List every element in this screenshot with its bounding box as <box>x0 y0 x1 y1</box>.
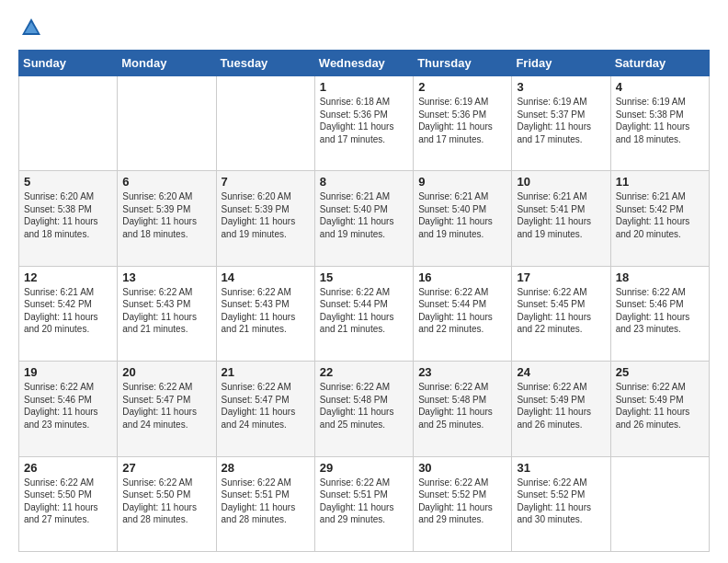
day-info: Sunrise: 6:22 AM Sunset: 5:50 PM Dayligh… <box>122 477 210 526</box>
weekday-header-saturday: Saturday <box>610 51 709 76</box>
day-info: Sunrise: 6:22 AM Sunset: 5:47 PM Dayligh… <box>222 381 310 431</box>
day-number: 17 <box>517 270 605 284</box>
day-cell <box>19 76 118 171</box>
week-row-5: 26Sunrise: 6:22 AM Sunset: 5:50 PM Dayli… <box>19 456 710 551</box>
day-cell: 29Sunrise: 6:22 AM Sunset: 5:51 PM Dayli… <box>314 456 413 551</box>
day-info: Sunrise: 6:22 AM Sunset: 5:49 PM Dayligh… <box>517 381 605 431</box>
day-cell: 31Sunrise: 6:22 AM Sunset: 5:52 PM Dayli… <box>512 456 610 551</box>
day-cell: 23Sunrise: 6:22 AM Sunset: 5:48 PM Dayli… <box>414 362 512 456</box>
day-info: Sunrise: 6:22 AM Sunset: 5:50 PM Dayligh… <box>24 477 112 526</box>
day-number: 25 <box>616 365 704 379</box>
day-cell: 15Sunrise: 6:22 AM Sunset: 5:44 PM Dayli… <box>314 266 413 361</box>
day-cell: 1Sunrise: 6:18 AM Sunset: 5:36 PM Daylig… <box>314 76 413 171</box>
day-cell: 16Sunrise: 6:22 AM Sunset: 5:44 PM Dayli… <box>414 266 512 361</box>
day-info: Sunrise: 6:18 AM Sunset: 5:36 PM Dayligh… <box>320 96 408 145</box>
day-number: 29 <box>320 461 408 475</box>
day-cell: 20Sunrise: 6:22 AM Sunset: 5:47 PM Dayli… <box>118 362 216 456</box>
day-number: 21 <box>222 365 310 379</box>
day-cell: 7Sunrise: 6:20 AM Sunset: 5:39 PM Daylig… <box>216 171 314 266</box>
day-number: 19 <box>24 365 112 379</box>
weekday-header-thursday: Thursday <box>414 51 512 76</box>
day-cell: 24Sunrise: 6:22 AM Sunset: 5:49 PM Dayli… <box>512 362 610 456</box>
day-info: Sunrise: 6:21 AM Sunset: 5:42 PM Dayligh… <box>616 190 704 240</box>
week-row-3: 12Sunrise: 6:21 AM Sunset: 5:42 PM Dayli… <box>19 266 710 361</box>
day-cell: 9Sunrise: 6:21 AM Sunset: 5:40 PM Daylig… <box>414 171 512 266</box>
day-cell: 5Sunrise: 6:20 AM Sunset: 5:38 PM Daylig… <box>19 171 118 266</box>
day-number: 7 <box>222 175 310 189</box>
day-info: Sunrise: 6:22 AM Sunset: 5:52 PM Dayligh… <box>517 477 605 526</box>
day-cell: 26Sunrise: 6:22 AM Sunset: 5:50 PM Dayli… <box>19 456 118 551</box>
day-number: 9 <box>418 175 506 189</box>
day-info: Sunrise: 6:22 AM Sunset: 5:43 PM Dayligh… <box>222 286 310 336</box>
day-number: 4 <box>616 80 704 94</box>
day-info: Sunrise: 6:21 AM Sunset: 5:41 PM Dayligh… <box>517 190 605 240</box>
day-cell: 25Sunrise: 6:22 AM Sunset: 5:49 PM Dayli… <box>610 362 709 456</box>
day-number: 16 <box>418 270 506 284</box>
day-cell: 30Sunrise: 6:22 AM Sunset: 5:52 PM Dayli… <box>414 456 512 551</box>
day-info: Sunrise: 6:22 AM Sunset: 5:49 PM Dayligh… <box>616 381 704 431</box>
day-cell: 8Sunrise: 6:21 AM Sunset: 5:40 PM Daylig… <box>314 171 413 266</box>
day-cell <box>118 76 216 171</box>
day-info: Sunrise: 6:20 AM Sunset: 5:39 PM Dayligh… <box>122 190 210 240</box>
day-cell: 17Sunrise: 6:22 AM Sunset: 5:45 PM Dayli… <box>512 266 610 361</box>
day-info: Sunrise: 6:22 AM Sunset: 5:47 PM Dayligh… <box>122 381 210 431</box>
day-number: 6 <box>122 175 210 189</box>
week-row-4: 19Sunrise: 6:22 AM Sunset: 5:46 PM Dayli… <box>19 362 710 456</box>
day-cell: 12Sunrise: 6:21 AM Sunset: 5:42 PM Dayli… <box>19 266 118 361</box>
day-cell: 28Sunrise: 6:22 AM Sunset: 5:51 PM Dayli… <box>216 456 314 551</box>
day-number: 10 <box>517 175 605 189</box>
day-number: 27 <box>122 461 210 475</box>
day-info: Sunrise: 6:19 AM Sunset: 5:38 PM Dayligh… <box>616 96 704 145</box>
calendar-body: 1Sunrise: 6:18 AM Sunset: 5:36 PM Daylig… <box>19 76 710 552</box>
day-cell: 13Sunrise: 6:22 AM Sunset: 5:43 PM Dayli… <box>118 266 216 361</box>
logo-icon <box>18 15 44 40</box>
day-number: 26 <box>24 461 112 475</box>
weekday-header-monday: Monday <box>118 51 216 76</box>
day-cell: 18Sunrise: 6:22 AM Sunset: 5:46 PM Dayli… <box>610 266 709 361</box>
day-number: 12 <box>24 270 112 284</box>
day-cell: 14Sunrise: 6:22 AM Sunset: 5:43 PM Dayli… <box>216 266 314 361</box>
day-info: Sunrise: 6:19 AM Sunset: 5:36 PM Dayligh… <box>418 96 506 145</box>
day-number: 28 <box>222 461 310 475</box>
day-cell: 11Sunrise: 6:21 AM Sunset: 5:42 PM Dayli… <box>610 171 709 266</box>
day-info: Sunrise: 6:19 AM Sunset: 5:37 PM Dayligh… <box>517 96 605 145</box>
day-cell <box>610 456 709 551</box>
day-info: Sunrise: 6:22 AM Sunset: 5:43 PM Dayligh… <box>122 286 210 336</box>
day-cell: 22Sunrise: 6:22 AM Sunset: 5:48 PM Dayli… <box>314 362 413 456</box>
day-info: Sunrise: 6:22 AM Sunset: 5:48 PM Dayligh… <box>320 381 408 431</box>
day-cell: 21Sunrise: 6:22 AM Sunset: 5:47 PM Dayli… <box>216 362 314 456</box>
day-info: Sunrise: 6:22 AM Sunset: 5:51 PM Dayligh… <box>320 477 408 526</box>
day-info: Sunrise: 6:21 AM Sunset: 5:42 PM Dayligh… <box>24 286 112 336</box>
day-number: 15 <box>320 270 408 284</box>
day-number: 14 <box>222 270 310 284</box>
week-row-1: 1Sunrise: 6:18 AM Sunset: 5:36 PM Daylig… <box>19 76 710 171</box>
day-info: Sunrise: 6:20 AM Sunset: 5:39 PM Dayligh… <box>222 190 310 240</box>
calendar: SundayMondayTuesdayWednesdayThursdayFrid… <box>18 50 710 552</box>
day-info: Sunrise: 6:22 AM Sunset: 5:44 PM Dayligh… <box>418 286 506 336</box>
day-cell: 6Sunrise: 6:20 AM Sunset: 5:39 PM Daylig… <box>118 171 216 266</box>
day-cell: 4Sunrise: 6:19 AM Sunset: 5:38 PM Daylig… <box>610 76 709 171</box>
day-info: Sunrise: 6:22 AM Sunset: 5:48 PM Dayligh… <box>418 381 506 431</box>
day-number: 13 <box>122 270 210 284</box>
weekday-header-sunday: Sunday <box>19 51 118 76</box>
day-number: 24 <box>517 365 605 379</box>
day-number: 5 <box>24 175 112 189</box>
weekday-header-wednesday: Wednesday <box>314 51 413 76</box>
day-cell: 10Sunrise: 6:21 AM Sunset: 5:41 PM Dayli… <box>512 171 610 266</box>
calendar-header: SundayMondayTuesdayWednesdayThursdayFrid… <box>19 51 710 76</box>
day-number: 23 <box>418 365 506 379</box>
day-info: Sunrise: 6:22 AM Sunset: 5:44 PM Dayligh… <box>320 286 408 336</box>
day-info: Sunrise: 6:22 AM Sunset: 5:51 PM Dayligh… <box>222 477 310 526</box>
weekday-header-friday: Friday <box>512 51 610 76</box>
day-info: Sunrise: 6:20 AM Sunset: 5:38 PM Dayligh… <box>24 190 112 240</box>
header <box>18 15 710 40</box>
day-number: 20 <box>122 365 210 379</box>
day-number: 11 <box>616 175 704 189</box>
day-cell: 3Sunrise: 6:19 AM Sunset: 5:37 PM Daylig… <box>512 76 610 171</box>
day-cell <box>216 76 314 171</box>
day-number: 3 <box>517 80 605 94</box>
day-cell: 19Sunrise: 6:22 AM Sunset: 5:46 PM Dayli… <box>19 362 118 456</box>
day-number: 31 <box>517 461 605 475</box>
logo <box>18 15 48 40</box>
week-row-2: 5Sunrise: 6:20 AM Sunset: 5:38 PM Daylig… <box>19 171 710 266</box>
